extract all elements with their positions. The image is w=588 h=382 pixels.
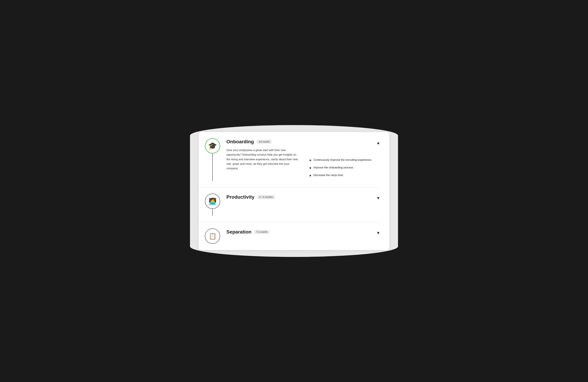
productivity-icon: 👩‍💻 xyxy=(205,194,220,209)
onboarding-body: Onboarding 1st month ▲ Give your employe… xyxy=(226,138,381,181)
productivity-header: Productivity 4 - 6 months xyxy=(226,194,275,200)
separation-title: Separation xyxy=(226,229,252,235)
onboarding-description: Give your employees a great start with t… xyxy=(226,148,298,181)
separation-section: 📋 Separation T-1 month ▼ xyxy=(199,222,389,250)
productivity-title: Productivity xyxy=(226,194,254,200)
onboarding-text: Give your employees a great start with t… xyxy=(226,148,298,171)
separation-badge: T-1 month xyxy=(254,230,269,234)
productivity-section: 👩‍💻 Productivity 4 - 6 months ▼ xyxy=(199,187,389,222)
benefit-item-3: ★ Decrease the ramp time. xyxy=(309,173,381,178)
onboarding-expanded: Give your employees a great start with t… xyxy=(226,148,381,181)
benefit-item-1: ★ Continuously improve the recruiting ex… xyxy=(309,158,381,162)
benefit-item-2: ★ Improve the onboarding process xyxy=(309,166,381,170)
benefit-text-3: Decrease the ramp time. xyxy=(314,173,344,177)
timeline-separation: 📋 xyxy=(199,228,226,244)
onboarding-chevron-button[interactable]: ▲ xyxy=(376,140,381,146)
separation-body: Separation T-1 month ▼ xyxy=(226,228,381,238)
onboarding-badge: 1st month xyxy=(257,140,272,144)
onboarding-title: Onboarding xyxy=(226,139,254,144)
onboarding-section: 🎓 Onboarding 1st month ▲ Give your emplo… xyxy=(199,132,389,187)
separation-icon: 📋 xyxy=(205,228,220,244)
benefit-text-2: Improve the onboarding process xyxy=(314,166,353,169)
separation-header: Separation T-1 month xyxy=(226,229,269,235)
productivity-body: Productivity 4 - 6 months ▼ xyxy=(226,194,381,203)
benefit-text-1: Continuously improve the recruiting expe… xyxy=(314,158,372,162)
screen-wrapper: 🎓 Onboarding 1st month ▲ Give your emplo… xyxy=(190,125,398,257)
onboarding-icon: 🎓 xyxy=(205,138,220,154)
star-icon-3: ★ xyxy=(309,174,312,178)
onboarding-benefits: ★ Continuously improve the recruiting ex… xyxy=(309,148,381,181)
productivity-chevron-button[interactable]: ▼ xyxy=(376,195,381,201)
timeline-productivity: 👩‍💻 xyxy=(199,194,226,216)
productivity-badge: 4 - 6 months xyxy=(257,195,275,199)
star-icon-2: ★ xyxy=(309,166,312,170)
timeline-onboarding: 🎓 xyxy=(199,138,226,181)
main-card: 🎓 Onboarding 1st month ▲ Give your emplo… xyxy=(199,132,389,250)
onboarding-header: Onboarding 1st month xyxy=(226,139,272,144)
star-icon-1: ★ xyxy=(309,158,312,162)
separation-chevron-button[interactable]: ▼ xyxy=(376,230,381,236)
onboarding-benefits-list: ★ Continuously improve the recruiting ex… xyxy=(309,158,381,178)
